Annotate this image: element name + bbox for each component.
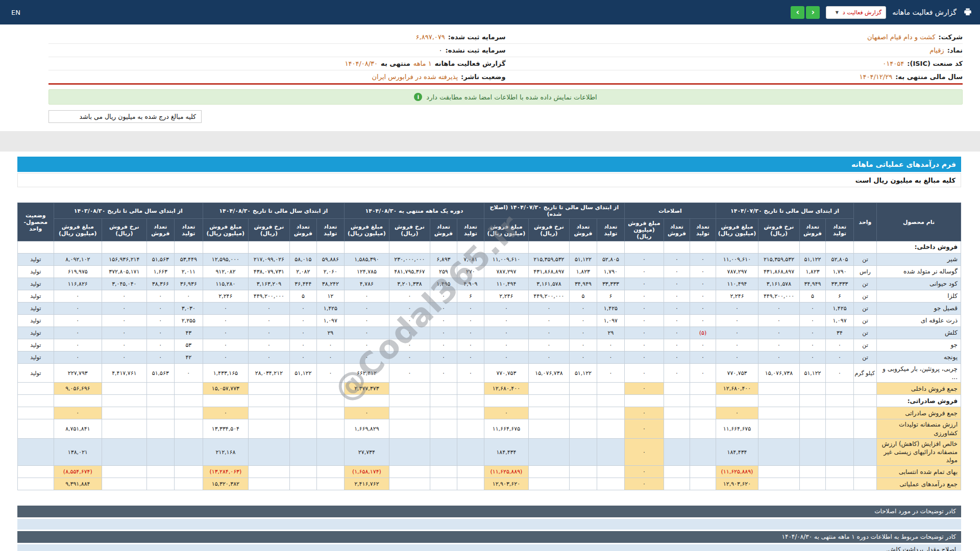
- table-row: فروش داخلی:: [17, 241, 961, 254]
- value-cell: [174, 395, 203, 407]
- value-cell: ۰: [800, 303, 826, 315]
- value-cell: ۲,۲۴۶: [716, 290, 758, 303]
- value-cell: ۰: [597, 339, 624, 352]
- value-cell: ۲,۰۸۲: [289, 266, 316, 278]
- language-toggle-en[interactable]: EN: [11, 9, 20, 16]
- value-cell: ۱,۰۹۷: [826, 315, 854, 327]
- value-cell: [146, 466, 174, 478]
- value-cell: [690, 407, 716, 419]
- value-cell: ۶۱۹,۹۷۵: [54, 266, 102, 278]
- value-cell: ۰: [484, 339, 528, 352]
- page: { "colors": { "topbar_bg": "#17395f", "n…: [0, 0, 980, 551]
- value-cell: [430, 407, 457, 419]
- value-cell: ۲۱۷,۰۹۹,۰۲۶: [248, 254, 289, 266]
- table-row: جمع فروش داخلی۱۲,۶۸۰,۴۰۰۰۱۲,۶۸۰,۴۰۰۲,۳۷۷…: [17, 383, 961, 395]
- value-cell: ۱۲,۹۰۳,۶۲۰: [716, 478, 758, 490]
- value-cell: ۰: [716, 352, 758, 364]
- value-cell: ۰: [624, 466, 664, 478]
- company-label: شرکت:: [939, 33, 963, 41]
- value-cell: ۱,۷۹۰: [597, 266, 624, 278]
- unit-cell: تن: [854, 303, 877, 315]
- value-cell: ۱۵,۰۷۶,۷۳۸: [758, 364, 800, 383]
- print-icon[interactable]: [963, 8, 973, 17]
- value-cell: ۱,۵۸۵,۳۹۰: [344, 254, 389, 266]
- value-cell: [664, 438, 690, 466]
- value-cell: ۰: [664, 352, 690, 364]
- product-name-cell: گوساله نر متولد شده: [877, 266, 961, 278]
- value-cell: ۰: [800, 352, 826, 364]
- value-cell: [289, 241, 316, 254]
- value-cell: ۵۳: [174, 339, 203, 352]
- value-cell: ۰: [174, 290, 203, 303]
- product-name-cell: جمع فروش داخلی: [877, 383, 961, 395]
- column-header: نرخ فروش (ریال): [389, 219, 430, 241]
- value-cell: [690, 383, 716, 395]
- value-cell: ۱۱,۶۶۴,۶۷۵: [484, 419, 528, 438]
- value-cell: ۰: [203, 339, 248, 352]
- value-cell: [389, 419, 430, 438]
- value-cell: ۰: [430, 315, 457, 327]
- value-cell: ۰: [597, 364, 624, 383]
- status-cell: [17, 466, 54, 478]
- value-cell: [826, 395, 854, 407]
- value-cell: ۰: [758, 303, 800, 315]
- value-cell: [389, 241, 430, 254]
- column-group-ytd: از ابتدای سال مالی تا تاریخ ۱۴۰۴/۰۸/۳۰: [203, 203, 344, 219]
- table-row: قصیل جوتن۱,۴۲۵۰۰۰۰۰۰۱,۴۲۵۰۰۰۰۰۰۰۱,۴۲۵۰۰۰…: [17, 303, 961, 315]
- prev-report-button[interactable]: ‹: [791, 6, 804, 19]
- value-cell: ۰: [102, 290, 146, 303]
- value-cell: ۲,۲۴۶: [203, 290, 248, 303]
- table-row: جمع فروش صادراتی۰۰۰۰۰۰: [17, 407, 961, 419]
- value-cell: [528, 383, 569, 395]
- value-cell: [758, 407, 800, 419]
- status-cell: تولید: [17, 352, 54, 364]
- value-cell: [102, 395, 146, 407]
- value-cell: ۳۶,۴۴۴: [289, 278, 316, 290]
- value-cell: [457, 395, 484, 407]
- value-cell: ۰: [174, 364, 203, 383]
- value-cell: ۰: [457, 327, 484, 339]
- value-cell: ۰: [102, 315, 146, 327]
- value-cell: ۵۹,۸۸۶: [316, 254, 344, 266]
- value-cell: [430, 383, 457, 395]
- company-name-link[interactable]: کشت و دام قیام اصفهان: [867, 33, 936, 41]
- value-cell: ۰: [248, 315, 289, 327]
- status-cell: [17, 478, 54, 490]
- value-cell: [664, 407, 690, 419]
- status-cell: تولید: [17, 254, 54, 266]
- value-cell: ۰: [389, 364, 430, 383]
- caret-down-icon: ▼: [836, 10, 839, 15]
- signature-match-banner: اطلاعات نمایش داده شده با اطلاعات امضا ش…: [48, 89, 963, 105]
- symbol-link[interactable]: زقیام: [929, 46, 944, 54]
- value-cell: ۳,۱۶۱,۵۷۸: [528, 278, 569, 290]
- value-cell: ۶: [457, 290, 484, 303]
- value-cell: ۱۱۶,۸۲۶: [54, 278, 102, 290]
- value-cell: ۰: [800, 339, 826, 352]
- report-type-select[interactable]: گزارش فعالیت د ▼: [826, 6, 886, 19]
- value-cell: [174, 438, 203, 466]
- value-cell: ۰: [146, 327, 174, 339]
- value-cell: [484, 241, 528, 254]
- value-cell: [316, 478, 344, 490]
- value-cell: ۵۱,۵۶۳: [146, 364, 174, 383]
- value-cell: ۰: [624, 339, 664, 352]
- report-select-value: گزارش فعالیت د: [843, 9, 881, 16]
- value-cell: [344, 395, 389, 407]
- issuer-status-value: پذیرفته شده در فرابورس ایران: [372, 73, 458, 81]
- value-cell: [248, 395, 289, 407]
- product-name-cell: قصیل جو: [877, 303, 961, 315]
- value-cell: ۰: [203, 352, 248, 364]
- value-cell: ۱۲۴,۷۸۵: [344, 266, 389, 278]
- value-cell: ۱,۶۶۳: [146, 266, 174, 278]
- value-cell: ۰: [758, 315, 800, 327]
- value-cell: ۷۷۰,۷۵۳: [484, 364, 528, 383]
- value-cell: [146, 383, 174, 395]
- value-cell: ۱,۴۳۳,۱۶۵: [203, 364, 248, 383]
- value-cell: [289, 419, 316, 438]
- next-report-button[interactable]: ›: [806, 6, 820, 19]
- value-cell: ۰: [569, 303, 597, 315]
- column-header: تعداد فروش: [800, 219, 826, 241]
- value-cell: [758, 395, 800, 407]
- value-cell: [289, 438, 316, 466]
- value-cell: [102, 241, 146, 254]
